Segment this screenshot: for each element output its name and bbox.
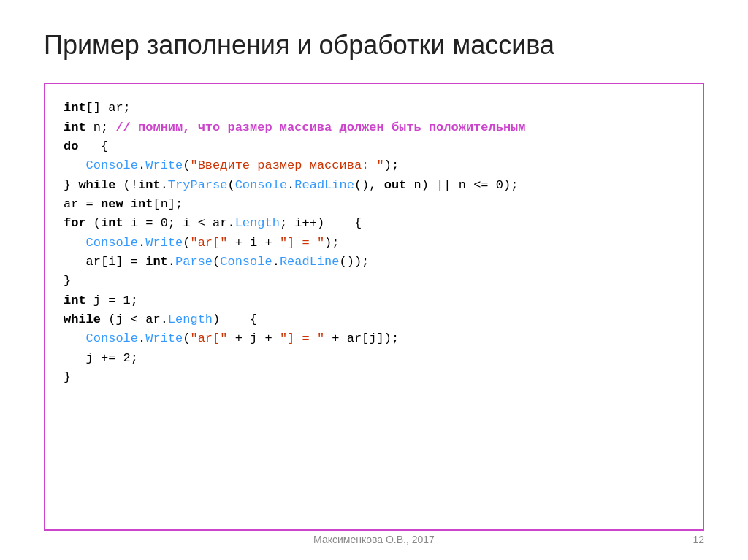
code-line-8: Console.Write("ar[" + i + "] = "); — [64, 234, 684, 253]
page-number: 12 — [692, 534, 704, 545]
code-line-7: for (int i = 0; i < ar.Length; i++) { — [64, 214, 684, 233]
code-line-1: int[] ar; — [64, 99, 684, 118]
footer: Максименкова О.В., 2017 — [0, 534, 748, 545]
code-line-15: } — [64, 368, 684, 387]
code-line-5: } while (!int.TryParse(Console.ReadLine(… — [64, 176, 684, 195]
code-line-12: while (j < ar.Length) { — [64, 310, 684, 329]
code-line-14: j += 2; — [64, 349, 684, 368]
slide-container: Пример заполнения и обработки массива in… — [0, 0, 748, 560]
footer-text: Максименкова О.В., 2017 — [313, 534, 435, 545]
code-line-4: Console.Write("Введите размер массива: "… — [64, 156, 684, 175]
code-line-10: } — [64, 272, 684, 291]
code-content: int[] ar; int n; // помним, что размер м… — [64, 99, 684, 387]
code-line-2: int n; // помним, что размер массива дол… — [64, 118, 684, 137]
code-block: int[] ar; int n; // помним, что размер м… — [44, 83, 704, 531]
code-line-6: ar = new int[n]; — [64, 195, 684, 214]
slide-title: Пример заполнения и обработки массива — [44, 29, 704, 61]
code-line-9: ar[i] = int.Parse(Console.ReadLine()); — [64, 253, 684, 272]
code-line-13: Console.Write("ar[" + j + "] = " + ar[j]… — [64, 329, 684, 348]
code-line-3: do { — [64, 137, 684, 156]
code-line-11: int j = 1; — [64, 291, 684, 310]
